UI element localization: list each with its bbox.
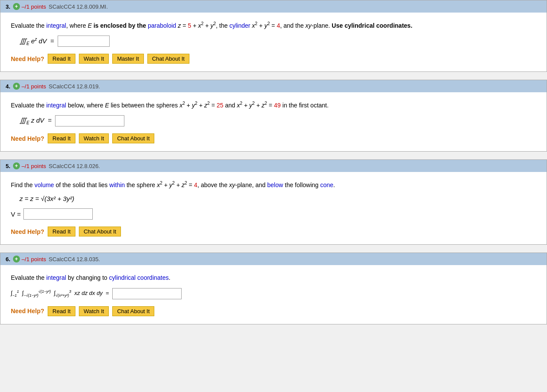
problem-3: 3. + –/1 points SCalcCC4 12.8.009.MI. Ev…: [0, 0, 547, 72]
problem-5-text: Find the volume of the solid that lies w…: [11, 180, 536, 190]
problem-3-master-it-button[interactable]: Master It: [112, 54, 144, 64]
problem-4-points-badge: + –/1 points: [13, 83, 46, 90]
problem-6-points-badge: + –/1 points: [13, 256, 46, 262]
problem-6-answer-input[interactable]: [112, 288, 182, 299]
problem-5-need-help: Need Help? Read It Chat About It: [11, 227, 536, 236]
problem-3-body: Evaluate the integral, where E is enclos…: [0, 13, 547, 71]
problem-6-integral-line: ∫−11 ∫−√(1−y²)√(1−y²) ∫√(x²+y²)3 xz dz d…: [11, 288, 536, 299]
problem-5-points-badge: + –/1 points: [13, 162, 46, 169]
problem-6-need-help-label: Need Help?: [11, 308, 44, 314]
problem-4-text: Evaluate the integral below, where E lie…: [11, 100, 536, 110]
problem-5-cone-eq: z = z = √(3x² + 3y²): [20, 195, 536, 202]
problem-6-points: –/1 points: [22, 256, 46, 262]
problem-5-body: Find the volume of the solid that lies w…: [0, 172, 547, 244]
problem-3-chat-about-it-button[interactable]: Chat About It: [147, 54, 189, 64]
problem-5-number: 5.: [6, 163, 10, 169]
problem-4-integral: ∭E z dV =: [20, 115, 536, 126]
problem-3-read-it-button[interactable]: Read It: [48, 54, 75, 64]
problem-6-watch-it-button[interactable]: Watch It: [79, 306, 109, 316]
problem-6-id: SCalcCC4 12.8.035.: [49, 256, 100, 262]
problem-3-number: 3.: [6, 3, 10, 10]
problem-3-watch-it-button[interactable]: Watch It: [79, 54, 109, 64]
problem-3-points: –/1 points: [22, 3, 46, 10]
problem-4: 4. + –/1 points SCalcCC4 12.8.019. Evalu…: [0, 80, 547, 152]
problem-4-answer-input[interactable]: [55, 115, 124, 126]
problem-5-chat-about-it-button[interactable]: Chat About It: [79, 227, 121, 236]
problem-5-id: SCalcCC4 12.8.026.: [49, 163, 100, 169]
problem-3-id: SCalcCC4 12.8.009.MI.: [49, 3, 108, 10]
problem-6-number: 6.: [6, 256, 10, 262]
problem-4-header: 4. + –/1 points SCalcCC4 12.8.019.: [0, 80, 547, 92]
problem-3-integral: ∭E ez dV =: [20, 36, 536, 47]
problem-6-read-it-button[interactable]: Read It: [48, 306, 75, 316]
problem-3-need-help-label: Need Help?: [11, 55, 44, 62]
problem-5-read-it-button[interactable]: Read It: [48, 227, 75, 236]
problem-5-v-label: V =: [11, 211, 21, 218]
problem-4-need-help: Need Help? Read It Watch It Chat About I…: [11, 133, 536, 143]
plus-icon-5: +: [13, 162, 20, 169]
problem-3-answer-input[interactable]: [58, 36, 110, 47]
problem-4-need-help-label: Need Help?: [11, 135, 44, 142]
plus-icon-6: +: [13, 256, 20, 262]
problem-5-v-line: V =: [11, 208, 536, 220]
problem-4-watch-it-button[interactable]: Watch It: [79, 133, 109, 143]
problem-5-answer-input[interactable]: [23, 208, 93, 220]
problem-4-points: –/1 points: [22, 83, 46, 90]
plus-icon-4: +: [13, 83, 20, 90]
problem-5-header: 5. + –/1 points SCalcCC4 12.8.026.: [0, 160, 547, 172]
problem-6-header: 6. + –/1 points SCalcCC4 12.8.035.: [0, 253, 547, 265]
problem-5-need-help-label: Need Help?: [11, 228, 44, 235]
problem-6: 6. + –/1 points SCalcCC4 12.8.035. Evalu…: [0, 253, 547, 324]
problem-3-header: 3. + –/1 points SCalcCC4 12.8.009.MI.: [0, 0, 547, 13]
problem-4-read-it-button[interactable]: Read It: [48, 133, 75, 143]
problem-3-points-badge: + –/1 points: [13, 3, 46, 10]
problem-4-body: Evaluate the integral below, where E lie…: [0, 92, 547, 151]
problem-4-number: 4.: [6, 83, 10, 90]
problem-6-body: Evaluate the integral by changing to cyl…: [0, 265, 547, 324]
problem-3-need-help: Need Help? Read It Watch It Master It Ch…: [11, 54, 536, 64]
problem-3-text: Evaluate the integral, where E is enclos…: [11, 20, 536, 30]
problem-6-text: Evaluate the integral by changing to cyl…: [11, 273, 536, 282]
plus-icon: +: [13, 3, 20, 10]
problem-6-need-help: Need Help? Read It Watch It Chat About I…: [11, 306, 536, 316]
problem-5: 5. + –/1 points SCalcCC4 12.8.026. Find …: [0, 159, 547, 245]
problem-4-id: SCalcCC4 12.8.019.: [49, 83, 100, 90]
problem-5-points: –/1 points: [22, 163, 46, 169]
problem-4-chat-about-it-button[interactable]: Chat About It: [112, 133, 154, 143]
problem-6-chat-about-it-button[interactable]: Chat About It: [112, 306, 154, 316]
